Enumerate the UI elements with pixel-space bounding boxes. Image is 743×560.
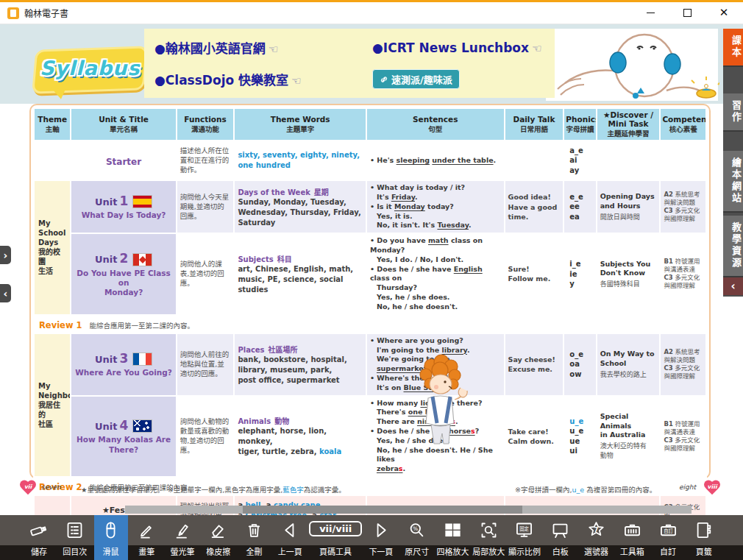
resource-links-panel: ●翰林國小英語官網☜ ●ICRT News Lunchbox☜ ●ClassDo… xyxy=(144,29,555,98)
toolbox-button[interactable]: 工具箱 xyxy=(615,515,649,560)
eraser-tool-icon xyxy=(208,520,228,540)
clear-all-icon xyxy=(244,520,264,540)
svg-text:自訂: 自訂 xyxy=(664,528,673,534)
pen-tool-button[interactable]: 畫筆 xyxy=(129,515,163,560)
unit-cell-4: Unit4How Many Koalas Are There? xyxy=(71,396,176,478)
unit-cell-3: Unit3Where Are You Going? xyxy=(71,333,176,396)
column-header-8: ★Discover / Mini Task主題延伸學習 xyxy=(597,108,661,141)
prev-page-button[interactable]: 上一頁 xyxy=(273,515,307,560)
side-tabs-collapse-button[interactable]: ‹ xyxy=(723,277,743,295)
pointer-hand-icon: ☜ xyxy=(532,42,541,55)
sentences-cell: • What day is today / it?It's Friday.• I… xyxy=(366,180,505,233)
phonics-cell: i_e ie y xyxy=(564,233,596,315)
side-tab-2[interactable]: 習作 xyxy=(723,93,743,132)
side-tab-4[interactable]: 教學資源 xyxy=(723,216,743,277)
right-tab-rail: 課本習作繪本網站教學資源‹ xyxy=(723,29,743,297)
phonics-cell: u_e u_e ue ui xyxy=(564,396,596,478)
column-header-5: Sentences句型 xyxy=(366,108,505,141)
clear-all-button[interactable]: 全刪 xyxy=(238,515,271,560)
table-header-row: Theme主軸Unit & Title單元名稱Functions溝通功能Them… xyxy=(34,108,706,141)
page-tabs-button[interactable]: 頁籤 xyxy=(687,515,721,560)
theme-words-cell: sixty, seventy, eighty, ninety, one hund… xyxy=(234,141,366,180)
discover-cell: On My Way to School我去學校的路上 xyxy=(597,333,661,396)
prev-page-icon xyxy=(280,520,300,540)
svg-text:%: % xyxy=(413,525,418,532)
pointer-hand-icon: ☜ xyxy=(291,74,301,88)
note-right: ※字母拼讀一欄內,u_e 為複習第四冊的內容。 xyxy=(515,484,656,495)
table-row-1: Starter描述他人所在位置和正在進行的動作。sixty, seventy, … xyxy=(34,141,706,180)
whiteboard-button[interactable]: 白板 xyxy=(544,515,577,560)
eraser-tool-button[interactable]: 橡皮擦 xyxy=(202,515,235,560)
daily-talk-cell: Take care! Calm down. xyxy=(505,396,564,478)
review-row-cell: Review 1能綜合應用第一至第二課的內容。 xyxy=(34,315,706,333)
next-page-button[interactable]: 下一頁 xyxy=(364,515,398,560)
table-row-5: My Neighborhood 我居住的 社區Unit3Where Are Yo… xyxy=(34,333,706,396)
competency-cell: B1 符號運用 與溝通表達C3 多元文化 與國際理解 xyxy=(660,396,706,478)
daily-talk-cell xyxy=(505,141,564,180)
page-word-right: eight xyxy=(679,483,696,491)
column-header-4: Theme Words主題單字 xyxy=(234,108,366,141)
functions-cell: 詢問他人前往的地點與位置,並適切的回應。 xyxy=(177,333,235,396)
france-flag-icon xyxy=(132,352,152,366)
minimize-button[interactable] xyxy=(644,7,656,19)
robot-mascot-image xyxy=(550,26,719,102)
daily-talk-cell: Good idea! Have a good time. xyxy=(505,180,564,233)
link-hanlin-english-site[interactable]: ●翰林國小英語官網☜ xyxy=(154,38,372,57)
number-picker-icon: 7 xyxy=(586,520,606,540)
table-row-3: Unit2Do You Have PE Class on Monday?詢問他人… xyxy=(34,233,706,315)
custom-button[interactable]: 自訂自訂 xyxy=(651,515,685,560)
functions-cell: 詢問他人的課表,並適切的回應。 xyxy=(177,233,235,315)
partial-zoom-button[interactable]: 局部放大 xyxy=(472,515,505,560)
page-heart-right: viii xyxy=(703,481,721,496)
four-grid-zoom-button[interactable]: 四格放大 xyxy=(436,515,469,560)
sentences-cell: • He's sleeping under the table. xyxy=(366,141,505,180)
window-titlebar: 翰林電子書 ✕ xyxy=(0,2,743,24)
theme-words-cell: Days of the Week星期Sunday, Monday, Tuesda… xyxy=(234,180,366,233)
original-size-icon: % xyxy=(407,520,427,540)
close-button[interactable]: ✕ xyxy=(718,7,730,19)
syllabus-page: Theme主軸Unit & Title單元名稱Functions溝通功能Them… xyxy=(29,104,711,479)
syllabus-logo: Syllabus xyxy=(34,48,146,92)
column-header-9: Competency核心素養 xyxy=(660,108,706,141)
sentences-cell: • Do you have math class on Monday?Yes, … xyxy=(366,233,505,315)
original-size-button[interactable]: %原尺寸 xyxy=(400,515,434,560)
custom-icon: 自訂 xyxy=(658,520,678,540)
mouse-tool-icon xyxy=(101,520,121,540)
discover-cell: Special Animals in Australia澳大利亞的特有 動物 xyxy=(597,396,661,478)
highlighter-tool-button[interactable]: 螢光筆 xyxy=(166,515,199,560)
side-tab-3[interactable]: 繪本網站 xyxy=(723,151,743,213)
expand-panel-button[interactable]: › xyxy=(0,246,11,264)
table-row-4: Review 1能綜合應用第一至第二課的內容。 xyxy=(34,315,706,333)
side-tab-1[interactable]: 課本 xyxy=(723,29,743,67)
competency-cell: A2 系統思考 與解決問題C3 多元文化 與國際理解 xyxy=(660,333,706,396)
canada-flag-icon xyxy=(132,253,152,266)
functions-cell: 詢問他人今天星期幾,並適切的回應。 xyxy=(177,180,235,233)
ebook-app-window: 翰林電子書 ✕ Syllabus xyxy=(0,0,743,560)
collapse-panel-button[interactable]: ‹ xyxy=(0,284,11,302)
table-row-2: My School Days 我的校園 生活Unit1What Day Is T… xyxy=(34,180,706,233)
mouse-tool-button[interactable]: 滑鼠 xyxy=(94,515,128,560)
link-icrt-news-lunchbox[interactable]: ●ICRT News Lunchbox☜ xyxy=(372,40,544,55)
maximize-button[interactable] xyxy=(681,7,693,19)
functions-cell: 詢問他人動物的數量或喜歡的動物,並適切的回應。 xyxy=(177,396,235,478)
theme-group-cell: My School Days 我的校園 生活 xyxy=(34,180,71,315)
display-ratio-button[interactable]: 固定顯示比例 xyxy=(508,515,541,560)
page-indicator[interactable]: vii/viii xyxy=(309,521,362,536)
partial-zoom-icon xyxy=(479,520,499,540)
scrollbar-thumb[interactable] xyxy=(243,506,522,514)
display-ratio-icon: 固定 xyxy=(514,520,534,540)
toc-icon xyxy=(65,520,85,540)
link-classdojo[interactable]: ●ClassDojo 快樂教室☜ xyxy=(154,70,372,88)
boy-character-image xyxy=(406,354,474,450)
quiz-link-button[interactable]: 速測派/趣味派 xyxy=(372,69,460,89)
column-header-2: Unit & Title單元名稱 xyxy=(71,108,176,141)
svg-text:固定: 固定 xyxy=(520,525,530,532)
number-picker-button[interactable]: 7選號器 xyxy=(579,515,613,560)
theme-words-cell: Places社區場所bank, bookstore, hospital, lib… xyxy=(234,333,366,396)
whiteboard-icon xyxy=(550,520,570,540)
page-number-tool[interactable]: vii/viii頁碼工具 xyxy=(309,515,362,560)
phonics-cell: a_e ai ay xyxy=(564,141,596,180)
toc-button[interactable]: 回目次 xyxy=(58,515,92,560)
unit-cell-starter: Starter xyxy=(71,141,176,180)
save-button[interactable]: 儲存 xyxy=(22,515,56,560)
